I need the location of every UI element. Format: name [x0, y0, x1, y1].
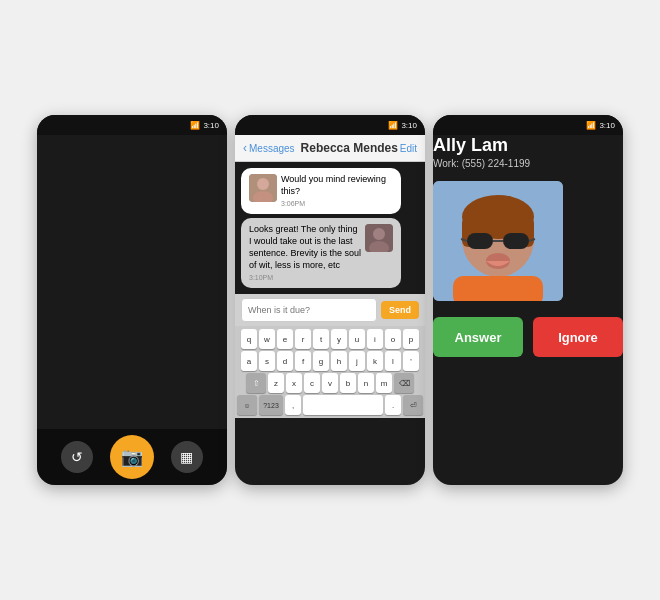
signal-icon-3: 📶	[586, 121, 596, 130]
keyboard-row-1: q w e r t y u i o p	[237, 329, 423, 349]
message-text-2: Looks great! The only thing I would take…	[249, 224, 361, 271]
key-f[interactable]: f	[295, 351, 311, 371]
key-s[interactable]: s	[259, 351, 275, 371]
status-bar-1: 📶 3:10	[37, 115, 227, 135]
message-input[interactable]	[241, 298, 377, 322]
call-screen: Ally Lam Work: (555) 224-1199	[433, 135, 623, 357]
svg-point-18	[257, 178, 269, 190]
message-input-area: Send	[235, 294, 425, 326]
contact-name: Rebecca Mendes	[301, 141, 398, 155]
key-q[interactable]: q	[241, 329, 257, 349]
signal-icon-2: 📶	[388, 121, 398, 130]
status-bar-2: 📶 3:10	[235, 115, 425, 135]
messages-label: Messages	[249, 143, 295, 154]
signal-icon: 📶	[190, 121, 200, 130]
phone-messages: 📶 3:10 ‹ Messages Rebecca Mendes Edit	[235, 115, 425, 485]
back-button[interactable]: ‹	[243, 141, 247, 155]
key-h[interactable]: h	[331, 351, 347, 371]
caller-photo	[433, 181, 563, 301]
emoji-key[interactable]: ☺	[237, 395, 257, 415]
svg-rect-34	[453, 276, 543, 301]
enter-key[interactable]: ⏎	[403, 395, 423, 415]
key-o[interactable]: o	[385, 329, 401, 349]
status-icons-2: 📶 3:10	[388, 121, 417, 130]
key-m[interactable]: m	[376, 373, 392, 393]
key-j[interactable]: j	[349, 351, 365, 371]
messages-list: Would you mind reviewing this? 3:06PM Lo…	[235, 162, 425, 294]
key-t[interactable]: t	[313, 329, 329, 349]
message-content-1: Would you mind reviewing this? 3:06PM	[281, 174, 393, 208]
keyboard-row-3: ⇧ z x c v b n m ⌫	[237, 373, 423, 393]
status-icons-1: 📶 3:10	[190, 121, 219, 130]
key-b[interactable]: b	[340, 373, 356, 393]
key-z[interactable]: z	[268, 373, 284, 393]
video-icon: ▦	[180, 449, 193, 465]
key-d[interactable]: d	[277, 351, 293, 371]
caller-name: Ally Lam	[433, 135, 623, 156]
comma-key[interactable]: ,	[285, 395, 301, 415]
message-time-1: 3:06PM	[281, 199, 393, 208]
message-content-2: Looks great! The only thing I would take…	[249, 224, 361, 282]
key-x[interactable]: x	[286, 373, 302, 393]
key-l[interactable]: l	[385, 351, 401, 371]
camera-controls: ↺ 📷 ▦	[37, 429, 227, 485]
camera-icon: 📷	[121, 446, 143, 468]
time-1: 3:10	[203, 121, 219, 130]
key-c[interactable]: c	[304, 373, 320, 393]
video-button[interactable]: ▦	[171, 441, 203, 473]
key-n[interactable]: n	[358, 373, 374, 393]
avatar-1	[249, 174, 277, 202]
phones-container: 📶 3:10	[17, 95, 643, 505]
send-button[interactable]: Send	[381, 301, 419, 319]
key-u[interactable]: u	[349, 329, 365, 349]
message-text-1: Would you mind reviewing this?	[281, 174, 393, 197]
message-time-2: 3:10PM	[249, 273, 361, 282]
svg-rect-28	[467, 233, 493, 249]
edit-button[interactable]: Edit	[400, 143, 417, 154]
status-icons-3: 📶 3:10	[586, 121, 615, 130]
svg-point-21	[373, 228, 385, 240]
key-r[interactable]: r	[295, 329, 311, 349]
messages-screen: ‹ Messages Rebecca Mendes Edit	[235, 135, 425, 418]
rotate-icon: ↺	[71, 449, 83, 465]
message-bubble-1: Would you mind reviewing this? 3:06PM	[241, 168, 401, 214]
phone-call: 📶 3:10 Ally Lam Work: (555) 224-1199	[433, 115, 623, 485]
caller-info: Work: (555) 224-1199	[433, 158, 623, 169]
keyboard[interactable]: q w e r t y u i o p a s d f g h	[235, 326, 425, 418]
space-key[interactable]	[303, 395, 383, 415]
svg-rect-29	[503, 233, 529, 249]
answer-button[interactable]: Answer	[433, 317, 523, 357]
key-y[interactable]: y	[331, 329, 347, 349]
phone-camera: 📶 3:10	[37, 115, 227, 485]
key-g[interactable]: g	[313, 351, 329, 371]
backspace-key[interactable]: ⌫	[394, 373, 414, 393]
num-key[interactable]: ?123	[259, 395, 283, 415]
shutter-button[interactable]: 📷	[110, 435, 154, 479]
ignore-button[interactable]: Ignore	[533, 317, 623, 357]
key-e[interactable]: e	[277, 329, 293, 349]
period-key[interactable]: .	[385, 395, 401, 415]
keyboard-row-bottom: ☺ ?123 , . ⏎	[237, 395, 423, 415]
avatar-2	[365, 224, 393, 252]
time-2: 3:10	[401, 121, 417, 130]
message-bubble-2: Looks great! The only thing I would take…	[241, 218, 401, 288]
key-v[interactable]: v	[322, 373, 338, 393]
key-p[interactable]: p	[403, 329, 419, 349]
rotate-button[interactable]: ↺	[61, 441, 93, 473]
key-apostrophe[interactable]: '	[403, 351, 419, 371]
shift-key[interactable]: ⇧	[246, 373, 266, 393]
key-k[interactable]: k	[367, 351, 383, 371]
time-3: 3:10	[599, 121, 615, 130]
call-buttons: Answer Ignore	[433, 317, 623, 357]
keyboard-row-2: a s d f g h j k l '	[237, 351, 423, 371]
header-left: ‹ Messages Rebecca Mendes	[243, 141, 398, 155]
key-i[interactable]: i	[367, 329, 383, 349]
status-bar-3: 📶 3:10	[433, 115, 623, 135]
key-a[interactable]: a	[241, 351, 257, 371]
messages-header: ‹ Messages Rebecca Mendes Edit	[235, 135, 425, 162]
key-w[interactable]: w	[259, 329, 275, 349]
